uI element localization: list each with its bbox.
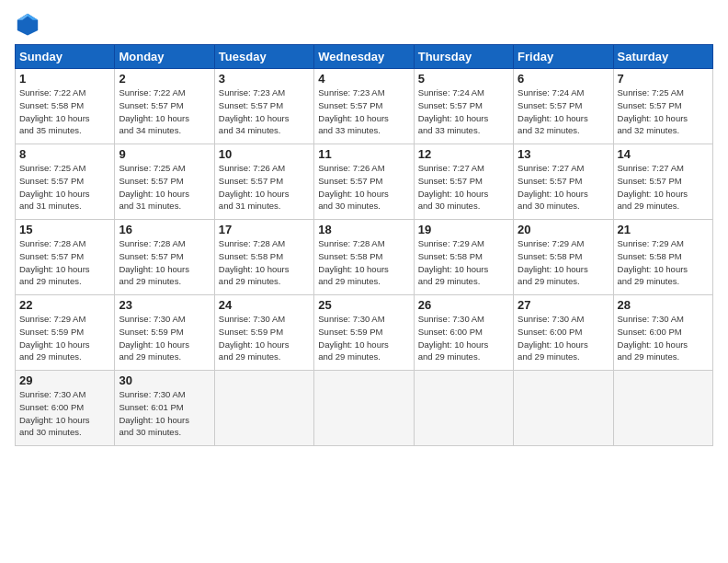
calendar-cell: 8Sunrise: 7:25 AM Sunset: 5:57 PM Daylig… bbox=[16, 144, 115, 220]
day-number: 14 bbox=[618, 147, 709, 161]
day-info: Sunrise: 7:30 AM Sunset: 6:00 PM Dayligh… bbox=[19, 388, 110, 439]
calendar-cell: 24Sunrise: 7:30 AM Sunset: 5:59 PM Dayli… bbox=[214, 295, 313, 371]
day-number: 2 bbox=[119, 72, 210, 86]
day-info: Sunrise: 7:28 AM Sunset: 5:57 PM Dayligh… bbox=[19, 237, 110, 288]
weekday-header-friday: Friday bbox=[514, 45, 613, 69]
day-number: 4 bbox=[318, 72, 409, 86]
day-info: Sunrise: 7:29 AM Sunset: 5:59 PM Dayligh… bbox=[19, 313, 110, 363]
day-info: Sunrise: 7:26 AM Sunset: 5:57 PM Dayligh… bbox=[219, 162, 310, 213]
day-number: 16 bbox=[119, 223, 210, 236]
calendar-cell: 15Sunrise: 7:28 AM Sunset: 5:57 PM Dayli… bbox=[16, 220, 115, 295]
calendar-cell: 17Sunrise: 7:28 AM Sunset: 5:58 PM Dayli… bbox=[214, 220, 313, 295]
weekday-header-saturday: Saturday bbox=[613, 45, 712, 69]
calendar-cell: 16Sunrise: 7:28 AM Sunset: 5:57 PM Dayli… bbox=[115, 220, 214, 295]
day-info: Sunrise: 7:23 AM Sunset: 5:57 PM Dayligh… bbox=[318, 86, 409, 137]
week-row-3: 22Sunrise: 7:29 AM Sunset: 5:59 PM Dayli… bbox=[16, 295, 713, 371]
day-number: 17 bbox=[219, 223, 310, 236]
calendar-cell: 18Sunrise: 7:28 AM Sunset: 5:58 PM Dayli… bbox=[314, 220, 414, 295]
day-info: Sunrise: 7:28 AM Sunset: 5:57 PM Dayligh… bbox=[119, 237, 210, 288]
calendar-header: SundayMondayTuesdayWednesdayThursdayFrid… bbox=[16, 45, 713, 69]
week-row-1: 8Sunrise: 7:25 AM Sunset: 5:57 PM Daylig… bbox=[16, 144, 713, 220]
day-info: Sunrise: 7:26 AM Sunset: 5:57 PM Dayligh… bbox=[318, 162, 409, 213]
weekday-header-tuesday: Tuesday bbox=[214, 45, 313, 69]
day-number: 12 bbox=[418, 147, 509, 161]
calendar-cell: 2Sunrise: 7:22 AM Sunset: 5:57 PM Daylig… bbox=[115, 69, 214, 144]
day-info: Sunrise: 7:22 AM Sunset: 5:57 PM Dayligh… bbox=[119, 86, 210, 137]
calendar-cell: 11Sunrise: 7:26 AM Sunset: 5:57 PM Dayli… bbox=[314, 144, 414, 220]
day-info: Sunrise: 7:30 AM Sunset: 5:59 PM Dayligh… bbox=[318, 313, 409, 363]
day-info: Sunrise: 7:24 AM Sunset: 5:57 PM Dayligh… bbox=[418, 86, 509, 137]
day-info: Sunrise: 7:30 AM Sunset: 5:59 PM Dayligh… bbox=[119, 313, 210, 363]
day-info: Sunrise: 7:29 AM Sunset: 5:58 PM Dayligh… bbox=[618, 237, 709, 288]
day-number: 29 bbox=[19, 373, 110, 387]
header bbox=[15, 11, 713, 37]
calendar-cell bbox=[613, 371, 712, 446]
calendar-cell bbox=[214, 371, 313, 446]
calendar-cell: 26Sunrise: 7:30 AM Sunset: 6:00 PM Dayli… bbox=[414, 295, 513, 371]
week-row-0: 1Sunrise: 7:22 AM Sunset: 5:58 PM Daylig… bbox=[16, 69, 713, 144]
calendar-cell: 3Sunrise: 7:23 AM Sunset: 5:57 PM Daylig… bbox=[214, 69, 313, 144]
day-info: Sunrise: 7:27 AM Sunset: 5:57 PM Dayligh… bbox=[518, 162, 609, 213]
calendar-cell: 6Sunrise: 7:24 AM Sunset: 5:57 PM Daylig… bbox=[514, 69, 613, 144]
day-info: Sunrise: 7:27 AM Sunset: 5:57 PM Dayligh… bbox=[618, 162, 709, 213]
day-number: 3 bbox=[219, 72, 310, 86]
weekday-header-wednesday: Wednesday bbox=[314, 45, 414, 69]
day-number: 30 bbox=[119, 373, 210, 387]
weekday-header-row: SundayMondayTuesdayWednesdayThursdayFrid… bbox=[16, 45, 713, 69]
calendar-body: 1Sunrise: 7:22 AM Sunset: 5:58 PM Daylig… bbox=[16, 69, 713, 446]
day-number: 11 bbox=[318, 147, 409, 161]
day-info: Sunrise: 7:30 AM Sunset: 6:00 PM Dayligh… bbox=[518, 313, 609, 363]
day-info: Sunrise: 7:25 AM Sunset: 5:57 PM Dayligh… bbox=[618, 86, 709, 137]
calendar-cell bbox=[314, 371, 414, 446]
calendar-cell: 20Sunrise: 7:29 AM Sunset: 5:58 PM Dayli… bbox=[514, 220, 613, 295]
week-row-2: 15Sunrise: 7:28 AM Sunset: 5:57 PM Dayli… bbox=[16, 220, 713, 295]
page: SundayMondayTuesdayWednesdayThursdayFrid… bbox=[0, 0, 728, 563]
logo bbox=[15, 11, 44, 37]
day-number: 25 bbox=[318, 298, 409, 312]
calendar-cell: 25Sunrise: 7:30 AM Sunset: 5:59 PM Dayli… bbox=[314, 295, 414, 371]
svg-marker-0 bbox=[17, 14, 38, 36]
calendar-cell: 4Sunrise: 7:23 AM Sunset: 5:57 PM Daylig… bbox=[314, 69, 414, 144]
day-info: Sunrise: 7:30 AM Sunset: 6:00 PM Dayligh… bbox=[618, 313, 709, 363]
calendar-cell: 1Sunrise: 7:22 AM Sunset: 5:58 PM Daylig… bbox=[16, 69, 115, 144]
day-number: 20 bbox=[518, 223, 609, 236]
calendar-cell: 5Sunrise: 7:24 AM Sunset: 5:57 PM Daylig… bbox=[414, 69, 513, 144]
day-info: Sunrise: 7:30 AM Sunset: 6:01 PM Dayligh… bbox=[119, 388, 210, 439]
day-number: 24 bbox=[219, 298, 310, 312]
calendar-cell bbox=[514, 371, 613, 446]
calendar-cell: 28Sunrise: 7:30 AM Sunset: 6:00 PM Dayli… bbox=[613, 295, 712, 371]
calendar-cell: 9Sunrise: 7:25 AM Sunset: 5:57 PM Daylig… bbox=[115, 144, 214, 220]
weekday-header-thursday: Thursday bbox=[414, 45, 513, 69]
calendar-cell: 29Sunrise: 7:30 AM Sunset: 6:00 PM Dayli… bbox=[16, 371, 115, 446]
day-number: 26 bbox=[418, 298, 509, 312]
day-info: Sunrise: 7:29 AM Sunset: 5:58 PM Dayligh… bbox=[418, 237, 509, 288]
day-number: 27 bbox=[518, 298, 609, 312]
day-number: 18 bbox=[318, 223, 409, 236]
calendar-cell: 19Sunrise: 7:29 AM Sunset: 5:58 PM Dayli… bbox=[414, 220, 513, 295]
day-number: 19 bbox=[418, 223, 509, 236]
day-info: Sunrise: 7:28 AM Sunset: 5:58 PM Dayligh… bbox=[318, 237, 409, 288]
day-number: 8 bbox=[19, 147, 110, 161]
day-info: Sunrise: 7:29 AM Sunset: 5:58 PM Dayligh… bbox=[518, 237, 609, 288]
calendar-cell: 10Sunrise: 7:26 AM Sunset: 5:57 PM Dayli… bbox=[214, 144, 313, 220]
day-number: 10 bbox=[219, 147, 310, 161]
day-number: 9 bbox=[119, 147, 210, 161]
calendar-cell: 23Sunrise: 7:30 AM Sunset: 5:59 PM Dayli… bbox=[115, 295, 214, 371]
day-number: 23 bbox=[119, 298, 210, 312]
day-info: Sunrise: 7:28 AM Sunset: 5:58 PM Dayligh… bbox=[219, 237, 310, 288]
calendar-table: SundayMondayTuesdayWednesdayThursdayFrid… bbox=[15, 44, 713, 446]
day-number: 1 bbox=[19, 72, 110, 86]
logo-icon bbox=[15, 11, 40, 37]
day-info: Sunrise: 7:25 AM Sunset: 5:57 PM Dayligh… bbox=[119, 162, 210, 213]
day-info: Sunrise: 7:27 AM Sunset: 5:57 PM Dayligh… bbox=[418, 162, 509, 213]
day-number: 15 bbox=[19, 223, 110, 236]
weekday-header-monday: Monday bbox=[115, 45, 214, 69]
calendar-cell: 13Sunrise: 7:27 AM Sunset: 5:57 PM Dayli… bbox=[514, 144, 613, 220]
day-number: 21 bbox=[618, 223, 709, 236]
calendar-cell: 30Sunrise: 7:30 AM Sunset: 6:01 PM Dayli… bbox=[115, 371, 214, 446]
day-number: 22 bbox=[19, 298, 110, 312]
weekday-header-sunday: Sunday bbox=[16, 45, 115, 69]
calendar-cell bbox=[414, 371, 513, 446]
calendar-cell: 27Sunrise: 7:30 AM Sunset: 6:00 PM Dayli… bbox=[514, 295, 613, 371]
day-number: 7 bbox=[618, 72, 709, 86]
